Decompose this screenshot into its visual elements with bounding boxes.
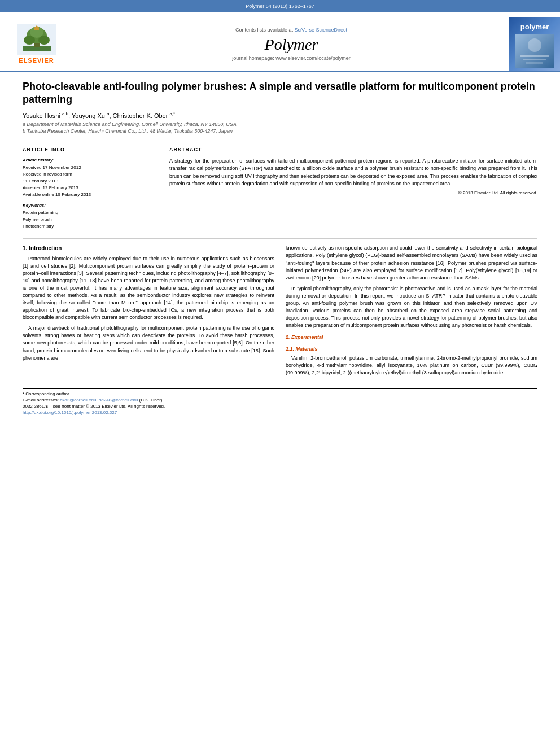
- abstract-col: ABSTRACT A strategy for the preparation …: [169, 147, 537, 230]
- doi-link[interactable]: http://dx.doi.org/10.1016/j.polymer.2013…: [23, 410, 117, 415]
- body-para-1: Patterned biomolecules are widely employ…: [23, 255, 274, 321]
- received-date: Received 17 November 2012: [23, 164, 158, 171]
- divider-2: [23, 238, 537, 239]
- body-para-2: A major drawback of traditional photolit…: [23, 325, 274, 361]
- journal-cover: polymer: [509, 17, 560, 71]
- accepted-date: Accepted 12 February 2013: [23, 185, 158, 191]
- section1-title: 1. Introduction: [23, 244, 274, 253]
- info-abstract-section: ARTICLE INFO Article history: Received 1…: [23, 147, 537, 230]
- body-para-5: Vanillin, 2-bromoethanol, potassium carb…: [286, 355, 537, 377]
- abstract-text: A strategy for the preparation of surfac…: [169, 158, 537, 187]
- email-link-1[interactable]: cko3@cornell.edu: [60, 397, 96, 403]
- article-info-title: ARTICLE INFO: [23, 147, 158, 154]
- authors-line: Yosuke Hoshi a,b, Youyong Xu a, Christop…: [23, 111, 537, 119]
- affiliations: a Department of Materials Science and En…: [23, 121, 537, 134]
- body-section: 1. Introduction Patterned biomolecules a…: [23, 244, 537, 380]
- elsevier-tree-icon: [17, 24, 56, 55]
- sciverse-text: Contents lists available at SciVerse Sci…: [235, 27, 347, 33]
- svg-rect-13: [526, 62, 543, 64]
- journal-homepage: journal homepage: www.elsevier.com/locat…: [232, 55, 351, 61]
- section2-title: 2. Experimental: [286, 334, 537, 341]
- article-title: Photo-cleavable anti-fouling polymer bru…: [23, 80, 537, 107]
- article-dates: Received 17 November 2012 Received in re…: [23, 164, 158, 198]
- keyword-1: Protein patterning: [23, 209, 158, 216]
- body-col-left: 1. Introduction Patterned biomolecules a…: [23, 244, 274, 380]
- article-info-col: ARTICLE INFO Article history: Received 1…: [23, 147, 158, 230]
- email-link-2[interactable]: dd248@cornell.edu: [99, 397, 138, 403]
- history-label: Article history:: [23, 158, 158, 163]
- available-date: Available online 19 February 2013: [23, 191, 158, 198]
- keywords-label: Keywords:: [23, 203, 158, 208]
- svg-rect-12: [523, 59, 546, 60]
- svg-rect-11: [520, 55, 549, 57]
- received-revised-date: Received in revised form11 February 2013: [23, 171, 158, 185]
- section21-title: 2.1. Materials: [286, 346, 537, 353]
- abstract-copyright: © 2013 Elsevier Ltd. All rights reserved…: [169, 190, 537, 195]
- cover-label: polymer: [520, 23, 549, 31]
- journal-center: Contents lists available at SciVerse Sci…: [73, 17, 509, 71]
- body-para-4: In typical photolithography, only the ph…: [286, 285, 537, 329]
- doi-line: http://dx.doi.org/10.1016/j.polymer.2013…: [23, 410, 537, 415]
- volume-bar: Polymer 54 (2013) 1762–1767: [0, 0, 560, 12]
- body-col-right: known collectively as non-specific adsor…: [286, 244, 537, 380]
- journal-header: ELSEVIER Contents lists available at Sci…: [0, 12, 560, 72]
- svg-rect-7: [34, 27, 39, 30]
- email-note: E-mail addresses: cko3@cornell.edu, dd24…: [23, 397, 537, 403]
- corresponding-note: * Corresponding author.: [23, 391, 537, 396]
- abstract-title: ABSTRACT: [169, 147, 537, 154]
- affiliation-a: a Department of Materials Science and En…: [23, 121, 537, 127]
- keywords-list: Protein patterning Polymer brush Photoch…: [23, 209, 158, 230]
- footnotes: * Corresponding author. E-mail addresses…: [23, 388, 537, 415]
- journal-name: Polymer: [265, 36, 318, 54]
- cover-image: [515, 34, 554, 68]
- keyword-2: Polymer brush: [23, 216, 158, 223]
- affiliation-b: b Tsukuba Research Center, Hitachi Chemi…: [23, 128, 537, 134]
- elsevier-label: ELSEVIER: [19, 57, 54, 64]
- main-content: Photo-cleavable anti-fouling polymer bru…: [0, 72, 560, 427]
- sciverse-link[interactable]: SciVerse ScienceDirect: [295, 27, 348, 33]
- elsevier-logo-area: ELSEVIER: [0, 17, 73, 71]
- keyword-3: Photochemistry: [23, 223, 158, 230]
- svg-point-10: [528, 38, 541, 52]
- body-para-3: known collectively as non-specific adsor…: [286, 244, 537, 281]
- volume-text: Polymer 54 (2013) 1762–1767: [246, 3, 314, 9]
- issn-note: 0032-3861/$ – see front matter © 2013 El…: [23, 404, 537, 409]
- divider-1: [23, 141, 537, 141]
